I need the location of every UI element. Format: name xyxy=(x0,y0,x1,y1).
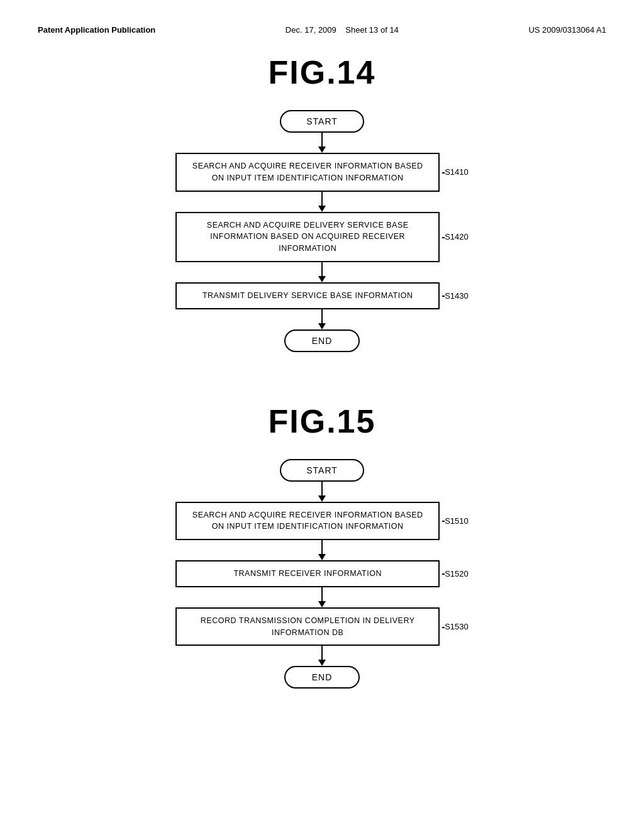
fig15-section: FIG.15 START SEARCH AND ACQUIRE RECEIVER… xyxy=(38,402,606,689)
fig15-step-s1530-row: RECORD TRANSMISSION COMPLETION IN DELIVE… xyxy=(175,607,469,646)
fig14-s1430-line1: TRANSMIT DELIVERY SERVICE BASE INFORMATI… xyxy=(203,291,413,300)
arrow-2 xyxy=(318,192,326,212)
fig14-step-s1410-row: SEARCH AND ACQUIRE RECEIVER INFORMATION … xyxy=(175,153,469,192)
section-gap xyxy=(38,365,606,402)
fig14-step-s1410: SEARCH AND ACQUIRE RECEIVER INFORMATION … xyxy=(175,153,440,192)
fig14-end: END xyxy=(284,329,360,352)
fig14-step-s1420-row: SEARCH AND ACQUIRE DELIVERY SERVICE BASE… xyxy=(175,212,469,262)
header-sheet: Sheet 13 of 14 xyxy=(345,25,399,35)
arrow-1 xyxy=(318,133,326,153)
arrow-7 xyxy=(318,587,326,607)
fig15-s1530-line2: INFORMATION DB xyxy=(272,628,343,637)
arrow-8 xyxy=(318,646,326,666)
fig15-s1520-line1: TRANSMIT RECEIVER INFORMATION xyxy=(233,569,382,578)
fig15-s1510-line2: ON INPUT ITEM IDENTIFICATION INFORMATION xyxy=(212,522,404,531)
arrow-4 xyxy=(318,309,326,329)
fig15-start: START xyxy=(280,459,364,482)
header-publication: Patent Application Publication xyxy=(38,25,155,35)
fig14-step-s1430-row: TRANSMIT DELIVERY SERVICE BASE INFORMATI… xyxy=(175,282,469,309)
fig15-title: FIG.15 xyxy=(38,402,606,440)
fig14-s1420-line1: SEARCH AND ACQUIRE DELIVERY SERVICE BASE xyxy=(207,221,409,230)
fig15-flowchart: START SEARCH AND ACQUIRE RECEIVER INFORM… xyxy=(38,459,606,689)
fig15-step-s1530: RECORD TRANSMISSION COMPLETION IN DELIVE… xyxy=(175,607,440,646)
arrow-3 xyxy=(318,262,326,282)
fig15-step-s1510: SEARCH AND ACQUIRE RECEIVER INFORMATION … xyxy=(175,502,440,541)
fig15-step-s1520: TRANSMIT RECEIVER INFORMATION xyxy=(175,560,440,587)
header-date-sheet: Dec. 17, 2009 Sheet 13 of 14 xyxy=(286,25,399,35)
fig14-s1410-line1: SEARCH AND ACQUIRE RECEIVER INFORMATION … xyxy=(192,162,423,170)
arrow-6 xyxy=(318,540,326,560)
fig15-s1510-line1: SEARCH AND ACQUIRE RECEIVER INFORMATION … xyxy=(192,511,423,519)
fig14-section: FIG.14 START SEARCH AND ACQUIRE RECEIVER… xyxy=(38,53,606,352)
fig15-s1520-label: S1520 xyxy=(445,569,469,578)
page-header: Patent Application Publication Dec. 17, … xyxy=(38,25,606,35)
fig14-flowchart: START SEARCH AND ACQUIRE RECEIVER INFORM… xyxy=(38,110,606,352)
header-patent-number: US 2009/0313064 A1 xyxy=(528,25,606,35)
fig15-s1530-label: S1530 xyxy=(445,622,469,631)
fig15-end: END xyxy=(284,666,360,689)
fig14-start: START xyxy=(280,110,364,133)
fig14-step-s1430: TRANSMIT DELIVERY SERVICE BASE INFORMATI… xyxy=(175,282,440,309)
fig14-step-s1420: SEARCH AND ACQUIRE DELIVERY SERVICE BASE… xyxy=(175,212,440,262)
header-date: Dec. 17, 2009 xyxy=(286,25,336,35)
fig15-s1530-line1: RECORD TRANSMISSION COMPLETION IN DELIVE… xyxy=(201,616,415,625)
fig14-s1410-label: S1410 xyxy=(445,167,469,177)
fig14-s1410-line2: ON INPUT ITEM IDENTIFICATION INFORMATION xyxy=(212,174,404,182)
fig15-step-s1510-row: SEARCH AND ACQUIRE RECEIVER INFORMATION … xyxy=(175,502,469,541)
fig14-s1420-label: S1420 xyxy=(445,232,469,241)
fig14-s1430-label: S1430 xyxy=(445,291,469,301)
fig14-s1420-line2: INFORMATION BASED ON ACQUIRED RECEIVER I… xyxy=(210,232,405,253)
fig14-title: FIG.14 xyxy=(38,53,606,91)
fig15-step-s1520-row: TRANSMIT RECEIVER INFORMATION S1520 xyxy=(175,560,469,587)
fig15-s1510-label: S1510 xyxy=(445,516,469,526)
page: Patent Application Publication Dec. 17, … xyxy=(0,0,644,830)
arrow-5 xyxy=(318,482,326,502)
